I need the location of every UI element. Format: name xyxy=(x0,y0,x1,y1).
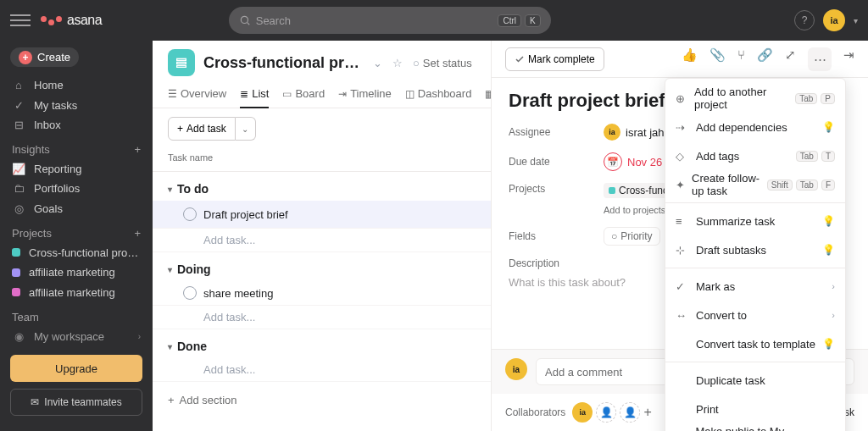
project-color-dot xyxy=(609,187,615,194)
svg-rect-2 xyxy=(177,58,186,60)
project-color-dot xyxy=(12,248,20,257)
menu-label: Duplicate task xyxy=(696,374,765,387)
svg-point-0 xyxy=(241,16,248,23)
attachment-icon[interactable]: 📎 xyxy=(709,47,726,71)
tab-timeline[interactable]: ⇥Timeline xyxy=(338,81,392,108)
link-icon[interactable]: 🔗 xyxy=(757,47,773,71)
tab-board[interactable]: ▭Board xyxy=(282,81,325,108)
team-workspace[interactable]: ◉ My workspace › xyxy=(0,327,153,346)
nav-my-tasks[interactable]: ✓ My tasks xyxy=(0,96,153,115)
tab-overview[interactable]: ☰Overview xyxy=(168,81,226,108)
project-item-0[interactable]: Cross-functional project pl... xyxy=(0,243,153,262)
workspace-icon: ◉ xyxy=(12,330,25,343)
set-status-button[interactable]: ○ Set status xyxy=(413,57,472,69)
nav-portfolios[interactable]: 🗀 Portfolios xyxy=(0,179,153,198)
mail-icon: ✉ xyxy=(31,396,39,408)
menu-item[interactable]: ↔Convert to› xyxy=(665,301,845,329)
search-input[interactable]: Search CtrlK xyxy=(229,7,551,34)
priority-field[interactable]: ○ Priority xyxy=(604,227,660,246)
calendar-icon: 📅 xyxy=(604,152,622,171)
search-shortcut: CtrlK xyxy=(498,14,540,27)
menu-item[interactable]: ⇢Add dependencies💡 xyxy=(665,113,845,141)
project-item-1[interactable]: affiliate marketing xyxy=(0,262,153,282)
due-date-label: Due date xyxy=(509,156,593,168)
plus-icon: + xyxy=(19,51,32,64)
menu-label: Add tags xyxy=(696,150,739,163)
add-collaborator[interactable]: 👤 xyxy=(596,402,616,423)
menu-label: Add to another project xyxy=(694,86,788,111)
collaborator-avatar[interactable]: ia xyxy=(572,402,593,423)
menu-label: Add dependencies xyxy=(696,121,787,134)
asana-logo[interactable]: asana xyxy=(41,13,102,28)
menu-item[interactable]: ⊕Add to another projectTabP xyxy=(665,84,845,113)
user-avatar[interactable]: ia xyxy=(823,9,845,31)
nav-reporting[interactable]: 📈 Reporting xyxy=(0,159,153,179)
menu-label: Mark as xyxy=(696,280,735,293)
task-actions-menu: ⊕Add to another projectTabP⇢Add dependen… xyxy=(665,78,846,431)
svg-line-1 xyxy=(247,23,249,25)
subtask-icon[interactable]: ⑂ xyxy=(737,47,745,71)
menu-item[interactable]: ◇Add tagsTabT xyxy=(665,141,845,170)
projects-header[interactable]: Projects+ xyxy=(0,218,153,243)
insights-header[interactable]: Insights+ xyxy=(0,135,153,159)
folder-icon: 🗀 xyxy=(12,182,25,195)
star-icon[interactable]: ☆ xyxy=(392,57,403,69)
menu-item[interactable]: ✦Create follow-up taskShiftTabF xyxy=(665,170,845,199)
plus-icon[interactable]: + xyxy=(134,227,141,240)
bulb-icon: 💡 xyxy=(822,244,835,256)
menu-item[interactable]: Duplicate task xyxy=(665,366,845,395)
tab-dashboard[interactable]: ◫Dashboard xyxy=(405,81,472,108)
chevron-right-icon: › xyxy=(832,281,835,291)
chevron-down-icon[interactable]: ⌄ xyxy=(373,57,382,69)
menu-shortcut: TabP xyxy=(795,93,835,104)
collaborators-label: Collaborators xyxy=(505,406,565,418)
menu-item[interactable]: ✓Mark as› xyxy=(665,272,845,301)
nav-goals[interactable]: ◎ Goals xyxy=(0,199,153,218)
add-collaborator-plus[interactable]: + xyxy=(643,405,651,420)
close-pane-icon[interactable]: ⇥ xyxy=(843,47,854,71)
menu-label: Draft subtasks xyxy=(696,244,766,257)
plus-icon[interactable]: + xyxy=(134,143,141,156)
caret-down-icon: ▾ xyxy=(168,185,172,194)
add-task-button[interactable]: + Add task xyxy=(168,117,236,141)
upgrade-button[interactable]: Upgrade xyxy=(10,355,142,382)
menu-icon: ⊕ xyxy=(676,92,687,105)
nav-inbox[interactable]: ⊟ Inbox xyxy=(0,115,153,135)
project-color-dot xyxy=(12,288,20,296)
menu-icon: ↔ xyxy=(676,309,689,322)
nav-home[interactable]: ⌂ Home xyxy=(0,75,153,95)
tab-list[interactable]: ≣List xyxy=(240,81,269,108)
menu-item[interactable]: ⊹Draft subtasks💡 xyxy=(665,235,845,264)
search-placeholder: Search xyxy=(256,14,291,27)
user-menu-chevron[interactable]: ▾ xyxy=(854,16,858,25)
menu-icon: ✓ xyxy=(676,280,689,293)
add-collaborator[interactable]: 👤 xyxy=(620,402,640,423)
task-detail-pane: Mark complete 👍 📎 ⑂ 🔗 ⤢ ⋯ ⇥ Draft projec… xyxy=(491,41,868,431)
project-title[interactable]: Cross-functional project ... xyxy=(203,54,364,72)
menu-item[interactable]: Convert task to template💡 xyxy=(665,329,845,358)
assignee-avatar: ia xyxy=(604,124,620,141)
create-button[interactable]: + Create xyxy=(10,47,79,67)
team-header[interactable]: Team xyxy=(0,302,153,327)
sidebar-toggle[interactable] xyxy=(10,10,31,30)
mark-complete-button[interactable]: Mark complete xyxy=(505,47,604,71)
invite-teammates-button[interactable]: ✉ Invite teammates xyxy=(10,389,142,416)
complete-toggle[interactable] xyxy=(183,286,197,300)
menu-item[interactable]: Make public to My workspace xyxy=(665,423,845,431)
target-icon: ◎ xyxy=(12,202,25,215)
more-actions-button[interactable]: ⋯ xyxy=(808,47,832,71)
menu-item[interactable]: Print xyxy=(665,395,845,423)
fullscreen-icon[interactable]: ⤢ xyxy=(785,47,796,71)
project-color-dot xyxy=(12,268,20,277)
caret-down-icon: ▾ xyxy=(168,265,172,274)
home-icon: ⌂ xyxy=(12,79,25,91)
project-item-2[interactable]: affiliate marketing xyxy=(0,282,153,301)
complete-toggle[interactable] xyxy=(183,207,197,221)
help-icon[interactable]: ? xyxy=(794,10,815,30)
assignee-label: Assignee xyxy=(509,126,593,138)
like-icon[interactable]: 👍 xyxy=(682,47,698,71)
menu-icon: ✦ xyxy=(676,179,685,191)
menu-item[interactable]: ≡Summarize task💡 xyxy=(665,207,845,235)
menu-icon: ⊹ xyxy=(676,244,689,257)
add-task-dropdown[interactable]: ⌄ xyxy=(236,117,256,141)
